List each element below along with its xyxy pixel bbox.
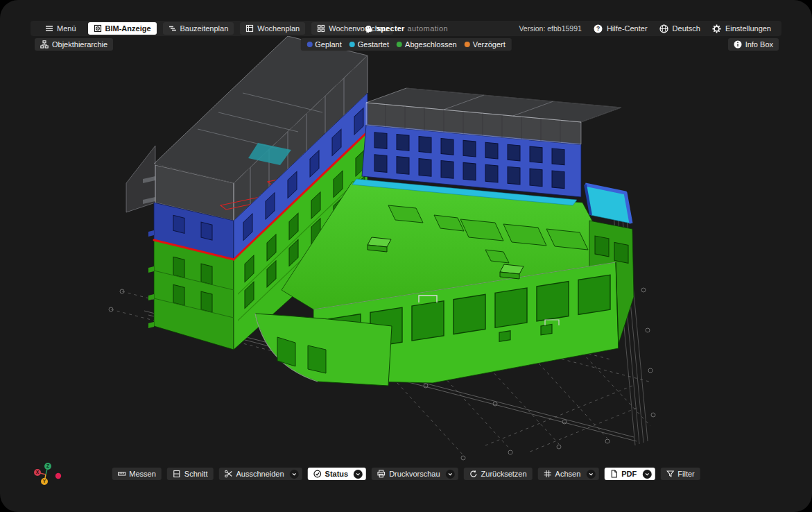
legend-item-verzoegert: Verzögert xyxy=(465,40,506,49)
legend-item-gestartet: Gestartet xyxy=(349,40,389,49)
menu-button[interactable]: Menü xyxy=(40,22,82,35)
print-preview-button[interactable]: Druckvorschau xyxy=(372,468,458,480)
help-label: Hilfe-Center xyxy=(607,24,648,33)
tab-label: BIM-Anzeige xyxy=(105,24,151,33)
section-icon xyxy=(173,470,181,478)
tab-label: Bauzeitenplan xyxy=(180,24,229,33)
filter-label: Filter xyxy=(677,470,694,478)
geplant-label: Geplant xyxy=(315,40,342,49)
axes-label: Achsen xyxy=(555,470,581,478)
gizmo-z-label: Z xyxy=(46,463,49,468)
chevron-down-icon xyxy=(291,471,297,477)
info-box-button[interactable]: Info Box xyxy=(728,38,779,51)
tab-bim-anzeige[interactable]: BIM-Anzeige xyxy=(88,22,157,35)
geplant-dot xyxy=(306,42,312,47)
section-button[interactable]: Schnitt xyxy=(167,468,214,480)
help-icon: ? xyxy=(594,24,603,33)
language-button[interactable]: Deutsch xyxy=(659,24,700,33)
verzoegert-dot xyxy=(465,42,470,47)
tab-wochenplan[interactable]: Wochenplan xyxy=(240,22,305,35)
viewer-toolbar: Messen Schnitt Ausschneiden xyxy=(112,468,700,480)
hierarchy-icon xyxy=(40,40,49,49)
top-navbar: Menü BIM-Anzeige Bauzeitenplan xyxy=(31,21,781,36)
ruler-icon xyxy=(117,470,126,478)
measure-label: Messen xyxy=(129,470,156,478)
axes-expand-button[interactable] xyxy=(586,470,595,479)
status-legend: Geplant Gestartet Abgeschlossen Verzöger… xyxy=(300,38,511,51)
gizmo-x-label: X xyxy=(36,470,40,475)
info-icon xyxy=(734,40,742,49)
week-table-icon xyxy=(245,24,254,33)
axes-grid-icon xyxy=(544,470,552,478)
version-label: Version: efbb15991 xyxy=(519,24,582,33)
reset-icon xyxy=(469,470,478,478)
gizmo-extra-node[interactable] xyxy=(55,473,61,479)
legend-item-abgeschlossen: Abgeschlossen xyxy=(397,40,457,49)
status-expand-button[interactable] xyxy=(354,470,363,479)
settings-label: Einstellungen xyxy=(725,24,771,33)
filter-icon xyxy=(666,470,674,478)
globe-icon xyxy=(659,24,668,33)
chevron-down-icon xyxy=(447,471,453,477)
print-preview-expand-button[interactable] xyxy=(446,470,455,479)
pdf-file-icon xyxy=(610,470,618,478)
cut-button[interactable]: Ausschneiden xyxy=(218,468,302,480)
verzoegert-label: Verzögert xyxy=(473,40,506,49)
bim-viewer-icon xyxy=(94,24,102,33)
info-box-label: Info Box xyxy=(745,40,773,49)
brand-logo: specter automation xyxy=(364,24,448,33)
bim-model-canvas xyxy=(0,0,812,512)
chevron-down-icon xyxy=(587,471,594,477)
status-label: Status xyxy=(325,470,349,478)
gear-icon xyxy=(712,24,721,33)
ghost-icon xyxy=(364,24,372,33)
abgeschlossen-dot xyxy=(397,42,402,47)
gizmo-y-label: Y xyxy=(43,479,46,484)
bim-viewport[interactable] xyxy=(0,0,812,512)
hamburger-icon xyxy=(45,24,53,33)
week-preview-icon xyxy=(317,24,325,33)
section-label: Schnitt xyxy=(184,470,208,478)
menu-label: Menü xyxy=(57,24,76,33)
measure-button[interactable]: Messen xyxy=(112,468,162,480)
app-window: Menü BIM-Anzeige Bauzeitenplan xyxy=(0,0,812,512)
brand-suffix: automation xyxy=(408,24,448,33)
axes-button[interactable]: Achsen xyxy=(538,468,599,480)
abgeschlossen-label: Abgeschlossen xyxy=(405,40,457,49)
filter-button[interactable]: Filter xyxy=(660,468,700,480)
reset-label: Zurücksetzen xyxy=(481,470,527,478)
chevron-down-icon xyxy=(643,471,650,477)
svg-text:?: ? xyxy=(596,25,600,32)
orientation-gizmo[interactable]: X Z Y xyxy=(29,458,65,493)
object-hierarchy-label: Objekthierarchie xyxy=(52,40,107,49)
cut-expand-button[interactable] xyxy=(290,470,299,479)
scissors-icon xyxy=(224,470,232,478)
schedule-icon xyxy=(169,24,177,33)
language-label: Deutsch xyxy=(673,24,700,33)
pdf-button[interactable]: PDF xyxy=(604,468,655,480)
legend-item-geplant: Geplant xyxy=(306,40,342,49)
reset-button[interactable]: Zurücksetzen xyxy=(464,468,533,480)
status-button[interactable]: Status xyxy=(308,468,367,480)
object-hierarchy-button[interactable]: Objekthierarchie xyxy=(35,38,113,51)
pdf-expand-button[interactable] xyxy=(642,470,651,479)
model-terrace-cyan xyxy=(585,185,631,223)
print-preview-label: Druckvorschau xyxy=(389,470,440,478)
help-center-button[interactable]: ? Hilfe-Center xyxy=(594,24,648,33)
tab-bauzeitenplan[interactable]: Bauzeitenplan xyxy=(163,22,234,35)
chevron-down-icon xyxy=(355,471,361,477)
pdf-label: PDF xyxy=(621,470,637,478)
status-check-icon xyxy=(313,470,322,478)
cut-label: Ausschneiden xyxy=(236,470,284,478)
settings-button[interactable]: Einstellungen xyxy=(712,24,771,33)
gestartet-label: Gestartet xyxy=(358,40,389,49)
tab-label: Wochenplan xyxy=(257,24,300,33)
brand-name: specter xyxy=(377,24,405,33)
printer-icon xyxy=(377,470,386,478)
gestartet-dot xyxy=(349,42,355,47)
